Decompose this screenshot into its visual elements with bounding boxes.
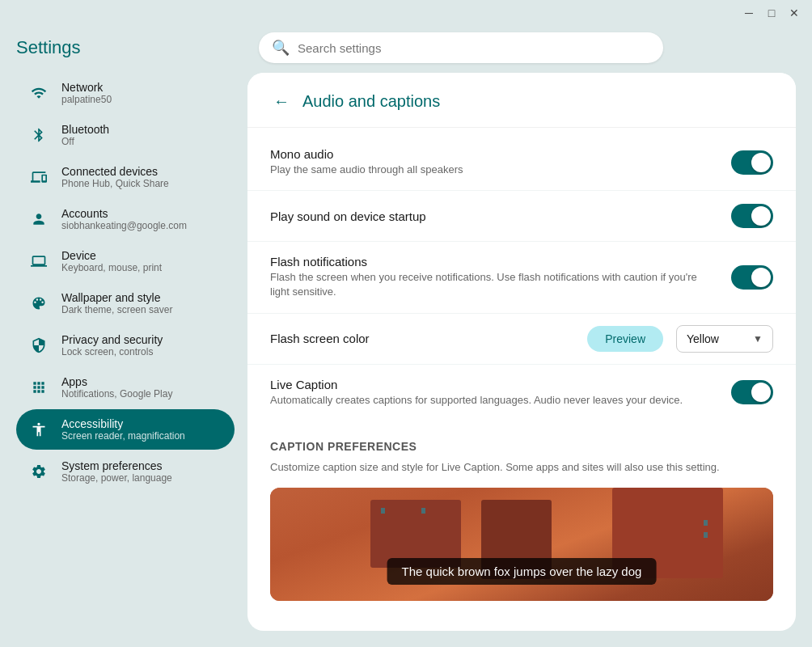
search-input[interactable] bbox=[298, 41, 650, 55]
wallpaper-subtitle: Dark theme, screen saver bbox=[61, 304, 172, 315]
wifi-icon bbox=[29, 83, 49, 103]
sidebar-item-device[interactable]: Device Keyboard, mouse, print bbox=[16, 241, 235, 281]
connected-devices-subtitle: Phone Hub, Quick Share bbox=[61, 178, 169, 189]
color-select-value: Yellow bbox=[687, 332, 746, 345]
palette-icon bbox=[29, 294, 49, 313]
live-caption-item: Live Caption Automatically creates capti… bbox=[247, 365, 796, 421]
close-button[interactable]: ✕ bbox=[783, 2, 806, 24]
mono-audio-toggle[interactable] bbox=[731, 150, 773, 175]
sidebar-item-wallpaper[interactable]: Wallpaper and style Dark theme, screen s… bbox=[16, 283, 235, 324]
mono-audio-toggle-thumb bbox=[751, 153, 771, 172]
sidebar-item-connected-devices[interactable]: Connected devices Phone Hub, Quick Share bbox=[16, 157, 235, 197]
mono-audio-title: Mono audio bbox=[270, 147, 731, 161]
caption-desc: Customize caption size and style for Liv… bbox=[270, 459, 773, 476]
caption-preview: The quick brown fox jumps over the lazy … bbox=[270, 488, 773, 601]
flash-notifications-item: Flash notifications Flash the screen whe… bbox=[247, 242, 796, 313]
system-title: System preferences bbox=[61, 459, 172, 472]
system-subtitle: Storage, power, language bbox=[61, 472, 172, 484]
mono-audio-desc: Play the same audio through all speakers bbox=[270, 163, 731, 177]
settings-list: Mono audio Play the same audio through a… bbox=[247, 128, 796, 427]
sidebar-item-privacy[interactable]: Privacy and security Lock screen, contro… bbox=[16, 325, 235, 366]
mono-audio-item: Mono audio Play the same audio through a… bbox=[247, 134, 796, 191]
device-title: Device bbox=[61, 249, 162, 262]
flash-notifications-desc: Flash the screen when you receive notifi… bbox=[270, 270, 715, 299]
laptop-icon bbox=[29, 252, 49, 271]
live-caption-toggle[interactable] bbox=[731, 380, 773, 404]
sidebar-item-accounts[interactable]: Accounts siobhankeating@google.com bbox=[16, 199, 235, 239]
play-sound-toggle[interactable] bbox=[731, 204, 773, 228]
maximize-button[interactable]: □ bbox=[760, 2, 783, 24]
search-icon: 🔍 bbox=[272, 39, 290, 57]
content-header: ← Audio and captions bbox=[247, 73, 796, 128]
content-area: ← Audio and captions Mono audio Play the… bbox=[247, 73, 796, 631]
network-title: Network bbox=[61, 81, 112, 94]
play-sound-toggle-track[interactable] bbox=[731, 204, 773, 228]
main-layout: Network palpatine50 Bluetooth Off bbox=[0, 73, 812, 647]
connected-devices-title: Connected devices bbox=[61, 165, 169, 178]
color-select[interactable]: Yellow ▼ bbox=[676, 325, 773, 353]
bluetooth-icon bbox=[29, 125, 49, 145]
caption-section: Caption preferences Customize caption si… bbox=[247, 427, 796, 615]
flash-color-row: Flash screen color Preview Yellow ▼ bbox=[247, 314, 796, 365]
accessibility-icon bbox=[29, 420, 49, 439]
network-subtitle: palpatine50 bbox=[61, 94, 112, 105]
devices-icon bbox=[29, 167, 49, 187]
privacy-title: Privacy and security bbox=[61, 333, 163, 346]
caption-section-title: Caption preferences bbox=[270, 440, 773, 453]
live-caption-title: Live Caption bbox=[270, 378, 731, 391]
accessibility-subtitle: Screen reader, magnification bbox=[61, 430, 185, 442]
play-sound-toggle-thumb bbox=[751, 206, 771, 226]
device-subtitle: Keyboard, mouse, print bbox=[61, 262, 162, 273]
sidebar-item-network[interactable]: Network palpatine50 bbox=[16, 73, 235, 113]
flash-notifications-title: Flash notifications bbox=[270, 255, 731, 269]
sidebar-item-apps[interactable]: Apps Notifications, Google Play bbox=[16, 367, 235, 408]
live-caption-desc: Automatically creates captions for suppo… bbox=[270, 393, 731, 408]
sidebar-item-accessibility[interactable]: Accessibility Screen reader, magnificati… bbox=[16, 409, 235, 450]
app-container: Settings 🔍 Network palpatine50 bbox=[0, 26, 812, 647]
content-title: Audio and captions bbox=[302, 92, 440, 111]
accounts-title: Accounts bbox=[61, 207, 187, 220]
header: Settings 🔍 bbox=[0, 26, 812, 73]
flash-notifications-toggle-thumb bbox=[751, 268, 771, 287]
flash-color-label: Flash screen color bbox=[270, 332, 574, 345]
sidebar-item-bluetooth[interactable]: Bluetooth Off bbox=[16, 115, 235, 155]
shield-icon bbox=[29, 336, 49, 355]
title-bar: ─ □ ✕ bbox=[0, 0, 812, 26]
chevron-down-icon: ▼ bbox=[753, 333, 763, 345]
preview-button[interactable]: Preview bbox=[587, 326, 663, 352]
sidebar: Network palpatine50 Bluetooth Off bbox=[16, 73, 235, 631]
apps-icon bbox=[29, 378, 49, 397]
person-icon bbox=[29, 209, 49, 229]
flash-notifications-toggle[interactable] bbox=[731, 265, 773, 290]
wallpaper-title: Wallpaper and style bbox=[61, 291, 172, 304]
sidebar-item-system[interactable]: System preferences Storage, power, langu… bbox=[16, 451, 235, 492]
minimize-button[interactable]: ─ bbox=[738, 2, 760, 24]
accounts-subtitle: siobhankeating@google.com bbox=[61, 220, 187, 231]
accessibility-title: Accessibility bbox=[61, 417, 185, 430]
back-button[interactable]: ← bbox=[270, 89, 293, 114]
apps-subtitle: Notifications, Google Play bbox=[61, 388, 172, 400]
play-sound-item: Play sound on device startup bbox=[247, 191, 796, 242]
privacy-subtitle: Lock screen, controls bbox=[61, 346, 163, 357]
bluetooth-subtitle: Off bbox=[61, 136, 109, 147]
caption-preview-text: The quick brown fox jumps over the lazy … bbox=[387, 558, 657, 585]
mono-audio-toggle-track[interactable] bbox=[731, 150, 773, 175]
search-bar: 🔍 bbox=[259, 32, 663, 63]
apps-title: Apps bbox=[61, 375, 172, 388]
settings-icon bbox=[29, 462, 49, 481]
live-caption-toggle-track[interactable] bbox=[731, 380, 773, 404]
bluetooth-title: Bluetooth bbox=[61, 123, 109, 136]
live-caption-toggle-thumb bbox=[751, 383, 771, 402]
play-sound-title: Play sound on device startup bbox=[270, 209, 731, 223]
flash-notifications-toggle-track[interactable] bbox=[731, 265, 773, 290]
app-title: Settings bbox=[16, 37, 113, 58]
